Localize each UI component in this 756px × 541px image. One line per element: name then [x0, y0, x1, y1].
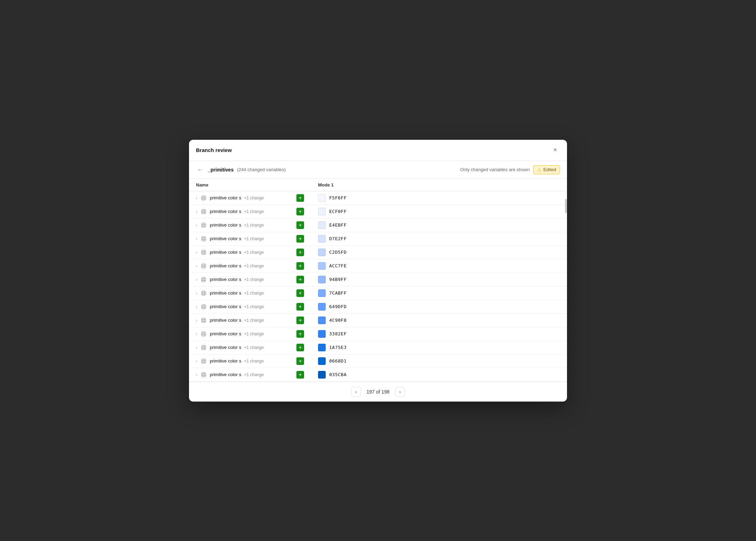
item-change: +1 change	[244, 359, 264, 364]
name-cell: › primitive color s +1 change +	[189, 245, 311, 259]
svg-point-69	[204, 375, 205, 376]
svg-point-46	[202, 319, 203, 320]
expand-icon[interactable]: ›	[196, 373, 197, 377]
close-button[interactable]: ×	[550, 145, 560, 155]
mode-cell: 3382EF	[311, 327, 430, 341]
svg-point-12	[204, 224, 205, 224]
svg-point-48	[202, 321, 203, 321]
svg-point-68	[202, 375, 203, 376]
expand-icon[interactable]: ›	[196, 223, 197, 227]
sub-header-left: ← _primitives (244 changed variables)	[196, 165, 286, 174]
item-name: primitive color s	[210, 222, 241, 228]
color-variable-icon	[200, 290, 207, 297]
svg-point-20	[201, 250, 206, 255]
color-value: D7E2FF	[329, 236, 347, 241]
expand-icon[interactable]: ›	[196, 209, 197, 214]
name-cell: › primitive color s +1 change +	[189, 205, 311, 218]
add-button[interactable]: +	[296, 221, 304, 229]
close-icon: ×	[553, 146, 557, 154]
add-button[interactable]: +	[296, 330, 304, 338]
table-row: › primitive color s +1 change + D7E	[189, 232, 567, 245]
palette-svg	[201, 304, 207, 310]
palette-svg	[201, 195, 207, 201]
extra-cell	[430, 327, 567, 341]
item-change: +1 change	[244, 332, 264, 336]
item-change: +1 change	[244, 345, 264, 350]
palette-svg	[201, 249, 207, 256]
name-cell: › primitive color s +1 change +	[189, 341, 311, 354]
svg-point-61	[202, 360, 203, 360]
prev-page-button[interactable]: ‹	[351, 387, 361, 397]
expand-icon[interactable]: ›	[196, 305, 197, 309]
expand-icon[interactable]: ›	[196, 345, 197, 350]
add-button[interactable]: +	[296, 276, 304, 283]
expand-icon[interactable]: ›	[196, 291, 197, 295]
extra-cell	[430, 354, 567, 368]
expand-icon[interactable]: ›	[196, 359, 197, 363]
svg-point-15	[201, 236, 206, 241]
color-value: E4EBFF	[329, 222, 347, 228]
svg-point-39	[204, 294, 205, 294]
add-button[interactable]: +	[296, 194, 304, 202]
item-name: primitive color s	[210, 345, 241, 350]
svg-point-29	[204, 266, 205, 267]
item-name: primitive color s	[210, 263, 241, 268]
warning-icon: ⚠	[537, 167, 542, 173]
svg-point-40	[201, 304, 206, 309]
mode-cell: 1A75E3	[311, 341, 430, 354]
color-swatch	[318, 262, 326, 270]
scrollbar[interactable]	[565, 199, 567, 213]
table-row: › primitive color s +1 change + 7CA	[189, 286, 567, 300]
item-name: primitive color s	[210, 236, 241, 241]
extra-cell	[430, 205, 567, 218]
svg-point-27	[204, 265, 205, 265]
add-button[interactable]: +	[296, 235, 304, 243]
mode-cell: F5F6FF	[311, 191, 430, 205]
breadcrumb-name: _primitives	[208, 167, 234, 173]
next-page-button[interactable]: ›	[395, 387, 405, 397]
add-button[interactable]: +	[296, 357, 304, 365]
item-name: primitive color s	[210, 250, 241, 255]
add-button[interactable]: +	[296, 317, 304, 324]
expand-icon[interactable]: ›	[196, 332, 197, 336]
svg-point-59	[204, 348, 205, 349]
add-button[interactable]: +	[296, 289, 304, 297]
add-button[interactable]: +	[296, 262, 304, 270]
expand-icon[interactable]: ›	[196, 250, 197, 254]
add-button[interactable]: +	[296, 344, 304, 351]
mode-cell: 649DFD	[311, 300, 430, 313]
svg-point-31	[202, 278, 203, 279]
color-variable-icon	[200, 371, 207, 378]
add-button[interactable]: +	[296, 303, 304, 311]
col-header-extra	[430, 179, 567, 191]
add-button[interactable]: +	[296, 249, 304, 256]
expand-icon[interactable]: ›	[196, 264, 197, 268]
name-cell: › primitive color s +1 change +	[189, 354, 311, 368]
color-variable-icon	[200, 317, 207, 324]
color-variable-icon	[200, 195, 207, 201]
svg-point-10	[201, 223, 206, 228]
expand-icon[interactable]: ›	[196, 237, 197, 241]
table-row: › primitive color s +1 change + 035	[189, 368, 567, 381]
color-swatch	[318, 194, 326, 202]
modal-title: Branch review	[196, 147, 232, 153]
expand-icon[interactable]: ›	[196, 318, 197, 322]
prev-icon: ‹	[355, 389, 357, 395]
sub-header-right: Only changed variables are shown ⚠ Edite…	[460, 165, 560, 174]
color-swatch	[318, 371, 326, 379]
breadcrumb-count: (244 changed variables)	[237, 167, 286, 172]
modal-header: Branch review ×	[189, 140, 567, 161]
back-button[interactable]: ←	[196, 165, 204, 174]
svg-point-44	[204, 307, 205, 308]
color-value: 035CBA	[329, 372, 347, 377]
expand-icon[interactable]: ›	[196, 196, 197, 200]
svg-point-13	[202, 226, 203, 226]
name-cell: › primitive color s +1 change +	[189, 191, 311, 205]
expand-icon[interactable]: ›	[196, 277, 197, 282]
add-button[interactable]: +	[296, 208, 304, 215]
svg-point-41	[202, 305, 203, 306]
mode-cell: 94B9FF	[311, 273, 430, 286]
svg-point-56	[202, 346, 203, 347]
add-button[interactable]: +	[296, 371, 304, 379]
extra-cell	[430, 191, 567, 205]
